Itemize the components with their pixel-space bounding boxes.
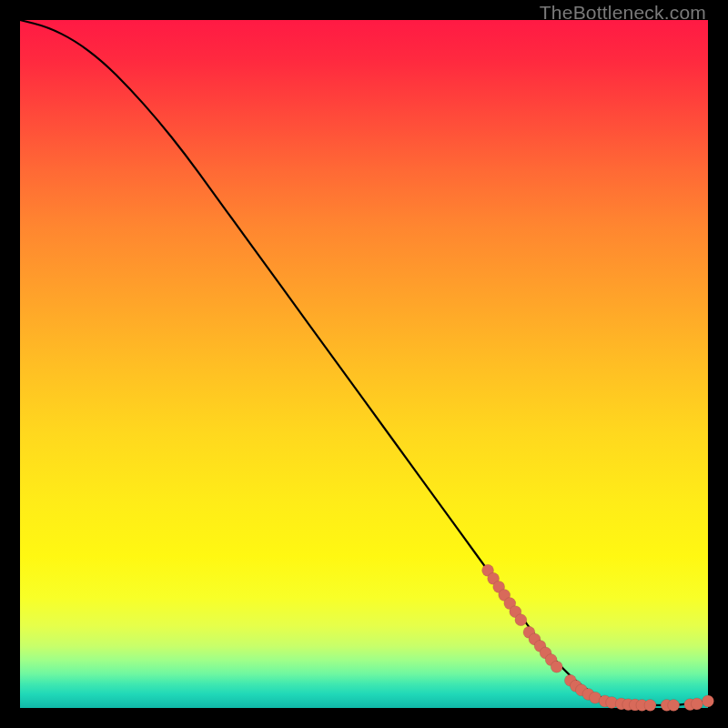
data-point bbox=[691, 698, 703, 710]
chart-overlay bbox=[20, 20, 708, 708]
data-point bbox=[515, 614, 527, 626]
scatter-group bbox=[482, 564, 714, 711]
bottleneck-curve bbox=[20, 20, 708, 705]
data-point bbox=[551, 661, 562, 672]
data-point bbox=[668, 699, 680, 711]
data-point bbox=[703, 695, 714, 707]
data-point bbox=[644, 699, 656, 711]
chart-frame: TheBottleneck.com bbox=[0, 0, 728, 728]
